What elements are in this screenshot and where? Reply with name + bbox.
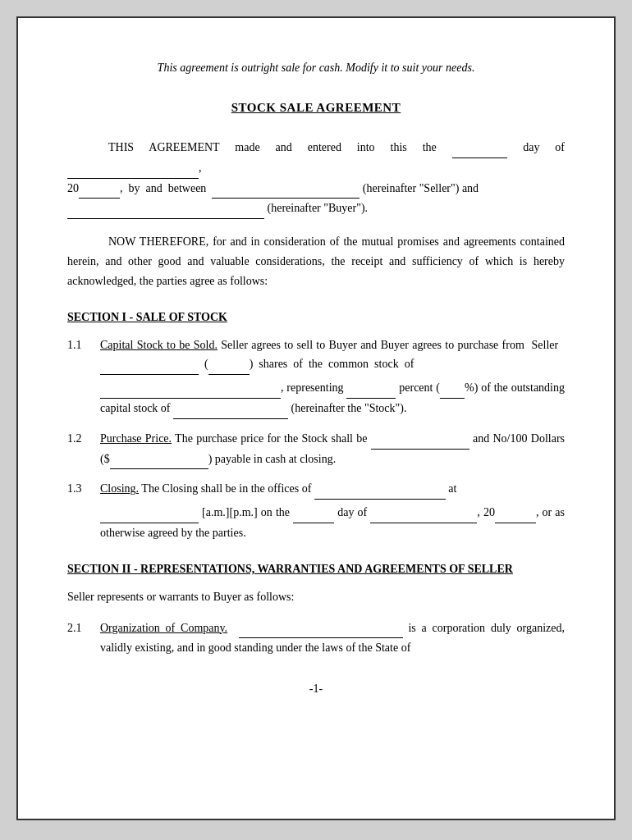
closing-month-blank — [370, 503, 477, 523]
percent-blank — [346, 378, 396, 399]
company-name-blank — [100, 378, 281, 399]
item-2-1-title: Organization of Company. — [100, 622, 227, 634]
seller-name-blank — [212, 179, 360, 199]
stock-company-blank — [173, 399, 288, 419]
item-num-1-3: 1.3 — [67, 479, 100, 542]
shares-blank — [100, 354, 199, 375]
section-item-2-1: 2.1 Organization of Company. is a corpor… — [67, 619, 565, 659]
document-title: STOCK SALE AGREEMENT — [67, 101, 565, 115]
time-blank — [100, 503, 199, 523]
section-item-1-3: 1.3 Closing. The Closing shall be in the… — [67, 479, 565, 542]
year-blank — [79, 179, 120, 199]
item-content-1-3: Closing. The Closing shall be in the off… — [100, 479, 565, 542]
agreement-line2: 20 , by and between (hereinafter "Seller… — [67, 179, 565, 199]
item-num-2-1: 2.1 — [67, 619, 100, 659]
closing-year-blank — [495, 503, 536, 523]
dollar-amount-blank — [110, 450, 208, 470]
offices-blank — [314, 479, 446, 500]
day-blank — [452, 138, 508, 158]
document-page: This agreement is outright sale for cash… — [16, 16, 616, 820]
section1-header: SECTION I - SALE OF STOCK — [67, 311, 565, 324]
agreement-intro-line: THIS AGREEMENT made and entered into thi… — [67, 138, 565, 179]
shares-num-blank — [208, 354, 250, 375]
item-content-1-2: Purchase Price. The purchase price for t… — [100, 429, 565, 470]
company-org-blank — [239, 619, 403, 639]
page-number: -1- — [67, 682, 565, 696]
agreement-line3: (hereinafter "Buyer"). — [67, 199, 565, 219]
item-num-1-1: 1.1 — [67, 336, 100, 419]
seller-represents-text: Seller represents or warrants to Buyer a… — [67, 587, 565, 607]
now-therefore-paragraph: NOW THEREFORE, for and in consideration … — [67, 232, 565, 290]
italic-header: This agreement is outright sale for cash… — [67, 59, 565, 76]
section2-header: SECTION II - REPRESENTATIONS, WARRANTIES… — [67, 563, 565, 576]
item-1-3-title: Closing. — [100, 482, 139, 495]
price-blank — [371, 429, 469, 450]
item-num-1-2: 1.2 — [67, 429, 100, 470]
item-content-2-1: Organization of Company. is a corporatio… — [100, 619, 565, 659]
item-1-2-title: Purchase Price. — [100, 432, 172, 445]
section-item-1-1: 1.1 Capital Stock to be Sold. Seller agr… — [67, 336, 565, 419]
item-1-1-title: Capital Stock to be Sold. — [100, 339, 218, 351]
section-item-1-2: 1.2 Purchase Price. The purchase price f… — [67, 429, 565, 470]
month-blank — [67, 158, 199, 179]
percent-num-blank — [440, 378, 465, 399]
closing-day-blank — [293, 503, 334, 523]
item-content-1-1: Capital Stock to be Sold. Seller agrees … — [100, 336, 565, 419]
buyer-name-blank — [67, 199, 264, 219]
